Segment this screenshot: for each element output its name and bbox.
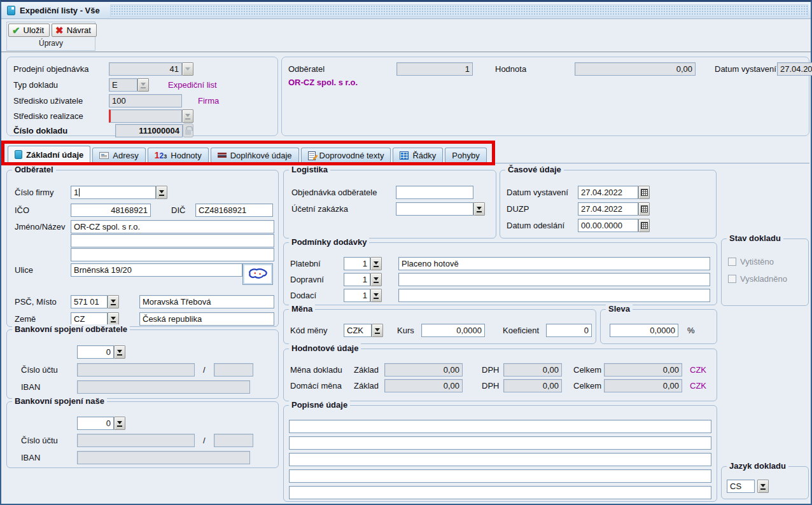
datum-vystaveni-field[interactable]: 27.04.2022 (578, 186, 638, 199)
czech-map-button[interactable] (242, 263, 273, 285)
stredisko-realizace-field[interactable] (109, 109, 182, 123)
stredisko-realizace-label: Středisko realizace (13, 111, 109, 121)
slash-separator: / (203, 365, 206, 375)
dodaci-code-field[interactable]: 1 (344, 289, 370, 302)
kod-banky-field[interactable] (214, 434, 253, 447)
kod-banky-field[interactable] (214, 363, 253, 377)
dropdown-button[interactable] (108, 295, 119, 308)
zaklad-field[interactable]: 0,00 (384, 379, 463, 392)
tab-zakladni-udaje[interactable]: Základní údaje (8, 146, 90, 163)
lock-icon[interactable] (183, 123, 193, 137)
celkem-field[interactable]: 0,00 (604, 363, 682, 377)
dropdown-button[interactable] (108, 312, 119, 326)
dropdown-button[interactable] (182, 109, 193, 123)
ucetni-zakazka-field[interactable] (396, 202, 473, 216)
tabbar: Základní údaje Adresy 123 Hodnoty Doplňk… (8, 146, 489, 163)
bars-icon (218, 152, 227, 160)
dph-field[interactable]: 0,00 (503, 363, 562, 377)
jmeno-field-2[interactable] (71, 234, 274, 247)
typ-dokladu-field[interactable]: E (109, 78, 137, 92)
psc-misto-label: PSČ, Místo (15, 297, 71, 307)
zeme-nazev-field[interactable]: Česká republika (139, 312, 274, 326)
platebni-code-field[interactable]: 1 (344, 257, 370, 270)
dopravni-code-field[interactable]: 1 (344, 273, 370, 286)
dropdown-button[interactable] (114, 417, 125, 430)
kod-meny-field[interactable]: CZK (344, 324, 372, 337)
dropdown-button[interactable] (757, 480, 769, 493)
dropdown-button[interactable] (372, 324, 383, 337)
tab-adresy[interactable]: Adresy (92, 148, 145, 163)
dph-field[interactable]: 0,00 (503, 379, 562, 392)
save-button[interactable]: ✔ Uložit (8, 24, 50, 37)
back-button[interactable]: ✖ Návrat (52, 24, 97, 37)
dopravni-text-field[interactable] (398, 273, 710, 286)
ico-field[interactable]: 48168921 (71, 204, 151, 217)
tab-doprovodne-texty[interactable]: Doprovodné texty (301, 148, 391, 163)
jazyk-dokladu-field[interactable]: CS (727, 480, 755, 493)
spinner-button[interactable] (182, 62, 193, 76)
sleva-field[interactable]: 0,0000 (610, 324, 678, 337)
jmeno-field-3[interactable] (71, 248, 274, 261)
typ-dokladu-note: Expediční list (168, 80, 217, 90)
koeficient-field[interactable]: 0 (546, 324, 592, 337)
objednavka-odberatele-field[interactable] (396, 186, 473, 199)
stredisko-uzivatele-field[interactable]: 100 (109, 94, 182, 107)
dodaci-text-field[interactable] (398, 289, 710, 302)
celkem-field[interactable]: 0,00 (604, 379, 682, 392)
ulice-field[interactable]: Brněnská 19/20 (71, 263, 242, 277)
cislo-uctu-field[interactable] (77, 434, 195, 447)
calendar-button[interactable] (638, 202, 650, 216)
psc-field[interactable]: 571 01 (71, 295, 108, 308)
bank-index-field[interactable]: 0 (77, 345, 114, 359)
dopravni-label: Dopravní (290, 275, 344, 284)
calendar-button[interactable] (638, 186, 650, 199)
vytisteno-checkbox[interactable] (728, 258, 736, 266)
zaklad-label: Základ (354, 365, 384, 375)
dropdown-button[interactable] (114, 345, 125, 359)
datum-vystaveni-field[interactable]: 27.04.2022 (777, 62, 812, 76)
misto-field[interactable]: Moravská Třebová (139, 295, 274, 308)
popisne-field-5[interactable] (289, 486, 711, 499)
dropdown-button[interactable] (370, 273, 382, 286)
window-titlebar[interactable]: Expediční listy - Vše (1, 2, 811, 19)
toolbar-group-caption: Úpravy (7, 37, 95, 48)
tab-pohyby[interactable]: Pohyby (445, 148, 486, 163)
hodnotove-udaje-groupbox: Hodnotové údaje Měna dokladu Základ 0,00… (283, 349, 717, 401)
odberatel-field[interactable]: 1 (396, 62, 473, 76)
popisne-field-4[interactable] (289, 469, 711, 483)
zaklad-field[interactable]: 0,00 (384, 363, 463, 377)
datum-odeslani-field[interactable]: 00.00.0000 (578, 219, 638, 232)
dropdown-button[interactable] (156, 186, 167, 199)
popisne-field-1[interactable] (289, 420, 711, 433)
odberatel-name: OR-CZ spol. s r.o. (288, 78, 358, 87)
platebni-text-field[interactable]: Placeno hotově (398, 257, 710, 270)
casove-udaje-groupbox: Časové údaje Datum vystavení 27.04.2022 … (500, 170, 717, 239)
hodnota-field[interactable]: 0,00 (575, 62, 696, 76)
popisne-field-3[interactable] (289, 453, 711, 466)
iban-field[interactable] (77, 380, 250, 394)
calendar-button[interactable] (638, 219, 650, 232)
tab-radky[interactable]: Řádky (393, 148, 443, 163)
dropdown-button[interactable] (370, 257, 382, 270)
tab-hodnoty[interactable]: 123 Hodnoty (148, 148, 209, 163)
dropdown-button[interactable] (473, 202, 485, 216)
prodejni-objednavka-field[interactable]: 41 (109, 62, 182, 76)
zeme-field[interactable]: CZ (71, 312, 108, 326)
duzp-field[interactable]: 27.04.2022 (578, 202, 638, 216)
cislo-uctu-field[interactable] (77, 363, 195, 377)
dropdown-button[interactable] (370, 289, 382, 302)
kurs-field[interactable]: 0,0000 (421, 324, 485, 337)
bank-index-field[interactable]: 0 (77, 417, 114, 430)
vytisteno-label: Vytištěno (740, 257, 774, 266)
popisne-field-2[interactable] (289, 436, 711, 450)
tab-doplnkove-udaje[interactable]: Doplňkové údaje (211, 148, 299, 163)
vyskladneno-checkbox[interactable] (728, 275, 736, 283)
jmeno-field[interactable]: OR-CZ spol. s r.o. (71, 220, 274, 233)
cislo-firmy-field[interactable]: 1 (71, 186, 156, 199)
cislo-dokladu-field[interactable]: 111000004 (115, 124, 183, 137)
cislo-dokladu-label: Číslo dokladu (13, 126, 115, 135)
iban-field[interactable] (77, 451, 250, 464)
dic-field[interactable]: CZ48168921 (195, 204, 273, 217)
dropdown-button[interactable] (137, 78, 149, 92)
bank-nase-title: Bankovní spojení naše (12, 396, 107, 406)
